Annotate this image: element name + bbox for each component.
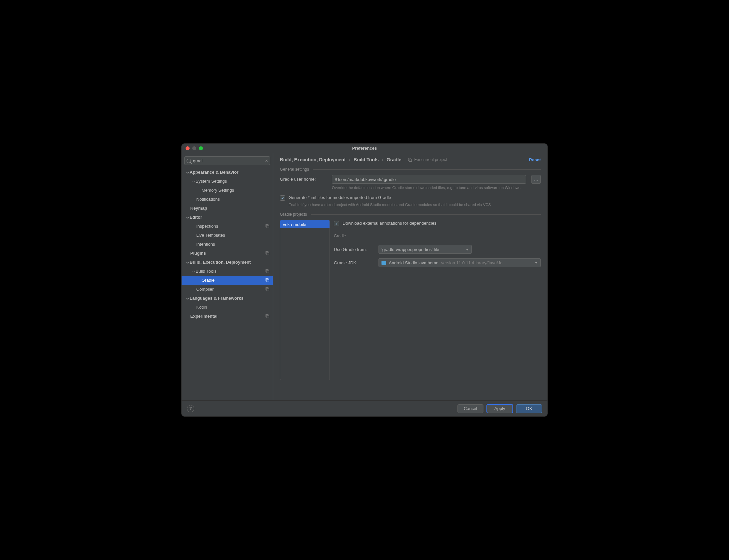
chevron-down-icon[interactable] — [186, 296, 190, 301]
breadcrumb-separator: › — [382, 158, 383, 162]
minimize-window-button[interactable] — [192, 146, 196, 150]
tree-item[interactable]: System Settings — [182, 177, 273, 186]
chevron-down-icon[interactable] — [192, 269, 196, 274]
ok-button[interactable]: OK — [516, 404, 542, 413]
tree-item[interactable]: Editor — [182, 213, 273, 222]
project-scope-icon — [265, 287, 270, 291]
breadcrumb-separator: › — [349, 158, 351, 162]
project-scope-icon — [265, 251, 270, 255]
generate-iml-hint: Enable if you have a mixed project with … — [289, 202, 541, 207]
tree-item[interactable]: Inspections — [182, 222, 273, 231]
traffic-lights — [182, 146, 203, 150]
gradle-project-item[interactable]: veka-mobile — [280, 220, 330, 228]
svg-rect-5 — [267, 270, 269, 273]
breadcrumb: Build, Execution, Deployment›Build Tools… — [280, 157, 401, 162]
clear-search-button[interactable]: × — [265, 158, 268, 163]
tree-item-label: Plugins — [190, 251, 265, 256]
section-gradle-projects: Gradle projects — [280, 212, 541, 217]
download-annotations-checkbox[interactable] — [334, 221, 339, 226]
chevron-down-icon[interactable] — [186, 170, 190, 175]
gradle-user-home-input[interactable] — [332, 175, 526, 184]
tree-item[interactable]: Compiler — [182, 285, 273, 294]
close-window-button[interactable] — [186, 146, 190, 150]
svg-rect-7 — [267, 279, 269, 282]
chevron-down-icon[interactable] — [192, 179, 196, 184]
project-scope-icon — [265, 269, 270, 273]
tree-item-label: Inspections — [196, 224, 265, 229]
tree-item-label: Keymap — [190, 206, 270, 211]
tree-item-label: Build Tools — [196, 269, 265, 274]
tree-item-label: Editor — [190, 215, 270, 220]
breadcrumb-item[interactable]: Gradle — [386, 157, 401, 162]
tree-item-label: Notifications — [196, 197, 270, 202]
section-general-settings: General settings — [280, 167, 541, 172]
tree-item-label: Kotlin — [196, 305, 270, 310]
tree-item-label: Memory Settings — [202, 188, 270, 193]
chevron-down-icon: ▼ — [534, 261, 538, 265]
main-panel: Build, Execution, Deployment›Build Tools… — [273, 153, 547, 400]
chevron-down-icon: ▼ — [465, 248, 469, 251]
gradle-jdk-value: Android Studio java home — [389, 260, 438, 265]
tree-item-label: Compiler — [196, 287, 265, 292]
download-annotations-label[interactable]: Download external annotations for depend… — [343, 221, 436, 226]
cancel-button[interactable]: Cancel — [457, 404, 483, 413]
search-input[interactable] — [193, 158, 263, 163]
tree-item[interactable]: Memory Settings — [182, 186, 273, 195]
svg-rect-1 — [267, 225, 269, 228]
svg-rect-9 — [267, 288, 269, 291]
tree-item-label: Build, Execution, Deployment — [190, 260, 270, 265]
generate-iml-checkbox[interactable] — [280, 195, 285, 201]
tree-item-label: System Settings — [196, 179, 270, 184]
reset-link[interactable]: Reset — [529, 157, 541, 162]
tree-item[interactable]: Plugins — [182, 249, 273, 258]
gradle-user-home-hint: Override the default location where Grad… — [332, 185, 541, 190]
breadcrumb-item[interactable]: Build Tools — [354, 157, 378, 162]
tree-item[interactable]: Build Tools — [182, 267, 273, 276]
section-gradle-sub: Gradle — [334, 234, 541, 238]
tree-item[interactable]: Intentions — [182, 240, 273, 249]
help-button[interactable]: ? — [187, 405, 194, 412]
zoom-window-button[interactable] — [199, 146, 203, 150]
generate-iml-label[interactable]: Generate *.iml files for modules importe… — [289, 195, 391, 200]
preferences-window: Preferences × Appearance & BehaviorSyste… — [181, 143, 548, 417]
footer: ? Cancel Apply OK — [182, 400, 547, 416]
search-field[interactable]: × — [184, 156, 270, 165]
titlebar: Preferences — [182, 144, 547, 153]
scope-icon — [408, 158, 412, 162]
tree-item[interactable]: Gradle — [182, 276, 273, 285]
chevron-down-icon[interactable] — [186, 215, 190, 220]
gradle-projects-list[interactable]: veka-mobile — [280, 220, 330, 380]
tree-item-label: Appearance & Behavior — [190, 170, 270, 175]
project-scope-icon — [265, 314, 270, 318]
tree-item[interactable]: Languages & Frameworks — [182, 294, 273, 303]
search-icon — [187, 159, 191, 163]
jdk-icon — [381, 261, 386, 265]
breadcrumb-item[interactable]: Build, Execution, Deployment — [280, 157, 346, 162]
settings-tree: Appearance & BehaviorSystem SettingsMemo… — [182, 168, 273, 400]
tree-item[interactable]: Kotlin — [182, 303, 273, 312]
svg-rect-11 — [267, 315, 269, 318]
apply-button[interactable]: Apply — [487, 404, 513, 413]
sidebar: × Appearance & BehaviorSystem SettingsMe… — [182, 153, 273, 400]
tree-item-label: Live Templates — [196, 233, 270, 238]
gradle-jdk-label: Gradle JDK: — [334, 260, 374, 265]
chevron-down-icon[interactable] — [186, 260, 190, 265]
tree-item[interactable]: Notifications — [182, 195, 273, 204]
project-scope-icon — [265, 278, 270, 282]
window-title: Preferences — [182, 146, 547, 151]
use-gradle-from-dropdown[interactable]: 'gradle-wrapper.properties' file ▼ — [378, 245, 472, 254]
scope-badge: For current project — [408, 157, 447, 162]
tree-item[interactable]: Build, Execution, Deployment — [182, 258, 273, 267]
tree-item[interactable]: Appearance & Behavior — [182, 168, 273, 177]
svg-rect-13 — [409, 159, 412, 161]
tree-item[interactable]: Live Templates — [182, 231, 273, 240]
gradle-jdk-secondary: version 11.0.11 /Library/Java/Ja — [441, 260, 532, 265]
tree-item[interactable]: Experimental — [182, 312, 273, 321]
project-scope-icon — [265, 224, 270, 228]
tree-item-label: Languages & Frameworks — [190, 296, 270, 301]
browse-user-home-button[interactable]: … — [531, 175, 541, 184]
tree-item[interactable]: Keymap — [182, 204, 273, 213]
gradle-jdk-dropdown[interactable]: Android Studio java home version 11.0.11… — [378, 258, 541, 267]
tree-item-label: Experimental — [190, 314, 265, 319]
gradle-project-item-label: veka-mobile — [283, 222, 306, 227]
